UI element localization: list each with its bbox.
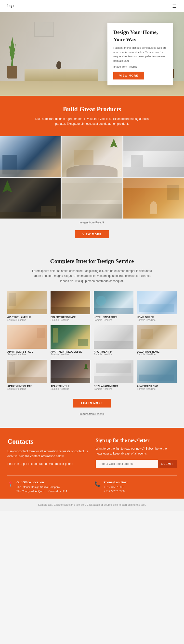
project-sub-homeoffice: Sample Headline (137, 319, 177, 322)
office-title: Our Office Location (16, 480, 67, 484)
project-card-apartments[interactable]: APARTMENTS SPACE Sample Headline (7, 325, 47, 356)
project-sub-cozy: Sample Headline (94, 388, 133, 390)
project-name-475: 475 TENTH AVENUE (7, 316, 47, 319)
learn-more-button[interactable]: LEARN MORE (73, 399, 111, 408)
hero-view-more-button[interactable]: VIEW MORE (113, 72, 144, 80)
orange-band-description: Duis aute irure dolor in reprehenderit i… (31, 116, 153, 126)
project-sub-apt34: Sample Headline (94, 353, 133, 356)
office-detail-1: The Interior Design Studio Company (16, 485, 67, 490)
contacts-section: Contacts Use our contact form for all in… (0, 428, 184, 498)
office-detail-2: The Courtyard, Al Quoz 1, Colorado - USA (16, 489, 67, 494)
newsletter-desc: Want to be the first to read our news? S… (96, 446, 177, 456)
project-image-lf (51, 360, 90, 383)
project-sub-clasic: Sample Headline (7, 388, 47, 390)
hero-title: Design Your Home, Your Way (113, 29, 167, 43)
service-freepik-text: Images from Freepik (80, 412, 104, 416)
projects-row-1: 475 TENTH AVENUE Sample Headline BIG SKY… (7, 291, 177, 322)
project-name-apt34: APARTMENT 34 (94, 350, 133, 353)
project-image-apartments (7, 325, 47, 349)
service-freepik: Images from Freepik (7, 410, 177, 420)
hero-image-credit: Image from Freepik (113, 65, 167, 68)
project-image-475 (7, 291, 47, 314)
project-card-lf[interactable]: APARTMENT LF Sample Headline (51, 360, 90, 390)
contacts-title: Contacts (7, 438, 88, 446)
learn-more-wrap: LEARN MORE (7, 396, 177, 410)
logo: logo (7, 4, 14, 8)
gallery-cell-1 (0, 136, 61, 177)
phone-number-2: + 912 5 252 3336 (103, 489, 127, 494)
project-sub-lf: Sample Headline (51, 388, 90, 390)
project-image-cozy (94, 360, 133, 383)
phone-title: Phone (Landline) (103, 480, 127, 484)
gallery-view-more-button[interactable]: VIEW MORE (75, 230, 109, 238)
project-card-homeoffice[interactable]: HOME OFFICE Sample Headline (137, 291, 177, 322)
office-location: 📍 Our Office Location The Interior Desig… (7, 480, 90, 494)
project-card-clasic[interactable]: APARTMENT CLASIC Sample Headline (7, 360, 47, 390)
projects-row-3: APARTMENT CLASIC Sample Headline APARTME… (7, 360, 177, 390)
newsletter-email-input[interactable] (96, 460, 158, 468)
gallery-cell-5 (62, 178, 122, 218)
project-image-nyc (137, 360, 177, 383)
project-image-bigsky (51, 291, 90, 314)
project-name-apartments: APARTMENTS SPACE (7, 350, 47, 353)
phone-info: 📞 Phone (Landline) + 912 3 567 8867 + 91… (94, 480, 177, 494)
service-section: Complete Interior Design Service Lorem i… (0, 246, 184, 428)
project-name-bigsky: BIG SKY RESIDENCE (51, 316, 90, 319)
project-name-hotel: HOTEL SINGAPORE (94, 316, 133, 319)
hero-accent-line (108, 22, 108, 42)
project-name-nyc: APARTMENT NYC (137, 385, 177, 388)
gallery-cell-2 (62, 136, 122, 177)
footer: Sample text. Click to select the text bo… (0, 498, 184, 511)
project-sub-bigsky: Sample Headline (51, 319, 90, 322)
phone-icon: 📞 (94, 481, 100, 487)
project-name-lf: APARTMENT LF (51, 385, 90, 388)
project-card-bigsky[interactable]: BIG SKY RESIDENCE Sample Headline (51, 291, 90, 322)
project-card-cozy[interactable]: COZY APARTMENTS Sample Headline (94, 360, 133, 390)
project-name-luxhome: LUXURIOUS HOME (137, 350, 177, 353)
project-image-neoclassic (51, 325, 90, 349)
contacts-desc2: Feel free to get in touch with us via em… (7, 462, 88, 466)
gallery-cell-6 (123, 178, 184, 218)
gallery-section: Images from Freepik VIEW MORE (0, 136, 184, 246)
orange-band: Build Great Products Duis aute irure dol… (0, 96, 184, 136)
project-name-cozy: COZY APARTMENTS (94, 385, 133, 388)
project-card-neoclassic[interactable]: APARTMENT NEOCLASSIC Sample Headline (51, 325, 90, 356)
project-card-hotel[interactable]: HOTEL SINGAPORE Sample Headline (94, 291, 133, 322)
service-description: Lorem ipsum dolor sit amet, consectetur … (28, 268, 156, 284)
project-sub-apartments: Sample Headline (7, 353, 47, 356)
gallery-grid (0, 136, 184, 218)
location-icon: 📍 (7, 481, 13, 487)
footer-text: Sample text. Click to select the text bo… (7, 503, 177, 507)
project-sub-475: Sample Headline (7, 319, 47, 322)
project-image-apt34 (94, 325, 133, 349)
project-image-homeoffice (137, 291, 177, 314)
gallery-freepik-text: Images from Freepik (80, 221, 104, 224)
project-image-hotel (94, 291, 133, 314)
project-card-nyc[interactable]: APARTMENT NYC Sample Headline (137, 360, 177, 390)
gallery-cell-4 (0, 178, 61, 218)
project-card-luxhome[interactable]: LUXURIOUS HOME Sample Headline (137, 325, 177, 356)
project-name-homeoffice: HOME OFFICE (137, 316, 177, 319)
project-sub-neoclassic: Sample Headline (51, 353, 90, 356)
newsletter-form: SUBMIT (96, 460, 177, 468)
contacts-desc1: Use our contact form for all information… (7, 449, 88, 459)
hero-section: Design Your Home, Your Way Habitant morb… (0, 12, 184, 96)
phone-number-1: + 912 3 567 8867 (103, 485, 127, 490)
project-sub-hotel: Sample Headline (94, 319, 133, 322)
gallery-freepik: Images from Freepik (0, 218, 184, 226)
view-more-wrap: VIEW MORE (0, 226, 184, 246)
hero-card: Design Your Home, Your Way Habitant morb… (107, 23, 173, 86)
gallery-cell-3 (123, 136, 184, 177)
header: logo ☰ (0, 0, 184, 12)
orange-band-title: Build Great Products (7, 106, 177, 113)
project-name-clasic: APARTMENT CLASIC (7, 385, 47, 388)
project-sub-nyc: Sample Headline (137, 388, 177, 390)
project-card-apt34[interactable]: APARTMENT 34 Sample Headline (94, 325, 133, 356)
project-card-475[interactable]: 475 TENTH AVENUE Sample Headline (7, 291, 47, 322)
hamburger-icon[interactable]: ☰ (172, 3, 177, 9)
project-image-clasic (7, 360, 47, 383)
contacts-left: Contacts Use our contact form for all in… (7, 438, 88, 468)
contact-info-row: 📍 Our Office Location The Interior Desig… (7, 476, 177, 498)
project-image-luxhome (137, 325, 177, 349)
newsletter-submit-button[interactable]: SUBMIT (158, 460, 177, 468)
